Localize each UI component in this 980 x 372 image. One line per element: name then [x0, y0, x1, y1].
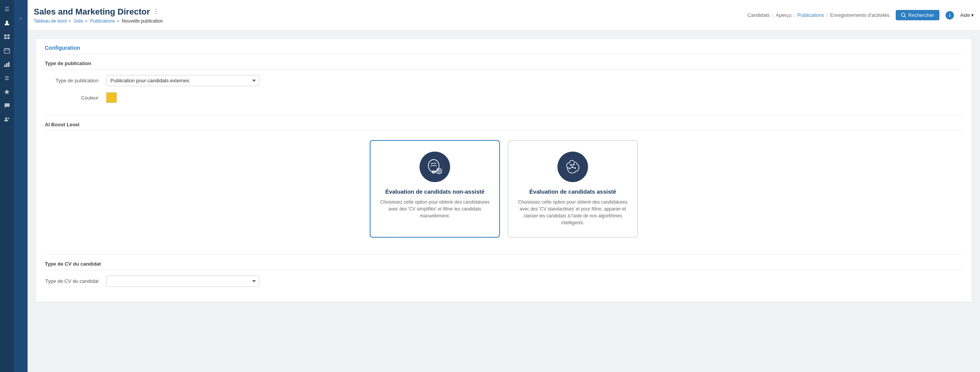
svg-line-38 [571, 165, 572, 167]
nav-icon-view[interactable] [1, 31, 13, 43]
brain-ai-icon [563, 157, 582, 176]
color-swatch[interactable] [106, 92, 117, 103]
svg-point-23 [438, 170, 440, 172]
svg-rect-9 [4, 65, 6, 67]
breadcrumb-sep-1: ► [68, 19, 72, 23]
search-btn-label: Rechercher [908, 12, 934, 18]
ai-section-label: AI Boost Level [45, 122, 79, 127]
svg-line-31 [437, 173, 438, 173]
ai-card-desc-non-assisted: Choisissez cette option pour obtenir des… [380, 199, 490, 219]
svg-point-17 [8, 117, 9, 119]
cv-control-wrap [106, 276, 259, 287]
nav-icon-star[interactable] [1, 86, 13, 98]
ai-boost-grid: Évaluation de candidats non-assisté Choi… [45, 132, 963, 248]
ai-card-icon-non-assisted [420, 152, 450, 182]
type-control-wrap: Publication pour candidats externes Publ… [106, 75, 259, 86]
sidebar: ‹ [14, 0, 28, 372]
svg-rect-5 [4, 49, 10, 53]
type-label: Type de publication [45, 78, 106, 83]
ai-card-desc-assisted: Choisissez cette option pour obtenir des… [518, 199, 628, 226]
nav-divider-3: | [826, 12, 828, 18]
type-section-label: Type de publication [45, 60, 91, 66]
content-area: Configuration Type de publication Type d… [28, 31, 980, 372]
nav-icons-bar: ☰ [0, 0, 14, 372]
ai-card-non-assisted[interactable]: Évaluation de candidats non-assisté Choi… [370, 140, 500, 238]
svg-line-28 [437, 169, 438, 170]
nav-icon-chat[interactable] [1, 100, 13, 112]
config-section-header: Configuration Type de publication Type d… [36, 39, 972, 115]
svg-rect-1 [4, 34, 7, 36]
svg-rect-4 [7, 37, 10, 39]
type-form-row: Type de publication Publication pour can… [45, 75, 963, 86]
header-right: Candidats | Aperçu | Publications | Enre… [747, 10, 974, 20]
search-icon [901, 13, 906, 18]
nav-link-publications[interactable]: Publications [797, 12, 824, 18]
page-title: Sales and Marketing Director ⋮ [34, 7, 163, 17]
header-nav-links: Candidats | Aperçu | Publications | Enre… [747, 12, 890, 18]
cv-type-select[interactable] [106, 276, 259, 287]
breadcrumb-tableau[interactable]: Tableau de bord [34, 18, 67, 24]
svg-point-18 [901, 13, 905, 16]
svg-line-30 [441, 169, 441, 170]
svg-rect-10 [6, 63, 8, 67]
svg-marker-15 [4, 89, 10, 95]
sidebar-toggle[interactable]: ‹ [17, 15, 25, 22]
svg-point-0 [6, 21, 8, 23]
nav-divider-2: | [794, 12, 795, 18]
svg-rect-14 [5, 79, 9, 80]
type-publication-subsection: Type de publication Type de publication … [45, 60, 963, 103]
nav-icon-team[interactable] [1, 113, 13, 126]
color-form-row: Couleur [45, 92, 963, 103]
brain-gear-icon [425, 157, 444, 176]
ai-card-title-assisted: Évaluation de candidats assisté [529, 188, 616, 195]
form-card: Configuration Type de publication Type d… [35, 38, 972, 302]
nav-divider-1: | [772, 12, 773, 18]
breadcrumb-jobs[interactable]: Jobs [74, 18, 83, 24]
svg-point-16 [5, 117, 7, 119]
nav-icon-menu[interactable]: ☰ [1, 3, 13, 15]
ai-card-title-non-assisted: Évaluation de candidats non-assisté [385, 188, 484, 195]
breadcrumb-sep-3: ► [116, 19, 120, 23]
ai-card-assisted[interactable]: Évaluation de candidats assisté Choisiss… [508, 140, 638, 238]
help-info-icon[interactable]: i [946, 11, 954, 20]
color-swatch-wrap [106, 92, 117, 103]
color-label: Couleur [45, 95, 106, 101]
svg-line-29 [441, 173, 441, 173]
help-button[interactable]: Aide ▾ [960, 12, 974, 18]
svg-rect-2 [7, 34, 10, 36]
top-header: Sales and Marketing Director ⋮ Tableau d… [28, 0, 980, 31]
nav-link-enregistrements[interactable]: Enregistrements d'activités [830, 12, 890, 18]
breadcrumb: Tableau de bord ► Jobs ► Publications ► … [34, 18, 163, 24]
nav-icon-user[interactable] [1, 17, 13, 29]
cv-section-label: Type de CV du candidat [45, 261, 101, 267]
nav-icon-list[interactable] [1, 72, 13, 84]
search-button[interactable]: Rechercher [896, 10, 939, 20]
breadcrumb-sep-2: ► [85, 19, 88, 23]
svg-rect-12 [5, 76, 9, 77]
ai-card-icon-assisted [557, 152, 588, 182]
cv-form-row: Type de CV du candidat [45, 276, 963, 287]
svg-rect-13 [5, 78, 9, 78]
cv-label: Type de CV du candidat [45, 278, 106, 284]
breadcrumb-current: Nouvelle publication [122, 18, 163, 24]
nav-link-candidats[interactable]: Candidats [747, 12, 770, 18]
nav-icon-calendar[interactable] [1, 44, 13, 57]
cv-section: Type de CV du candidat Type de CV du can… [36, 255, 972, 302]
help-btn-label: Aide [960, 12, 970, 18]
ai-boost-section: AI Boost Level [36, 116, 972, 255]
config-title: Configuration [45, 45, 963, 54]
help-chevron-icon: ▾ [971, 12, 974, 18]
nav-icon-chart[interactable] [1, 58, 13, 70]
title-menu-dots[interactable]: ⋮ [153, 8, 159, 15]
svg-line-19 [905, 16, 906, 18]
nav-link-apercu[interactable]: Aperçu [776, 12, 792, 18]
svg-rect-11 [8, 62, 10, 67]
svg-rect-3 [4, 37, 7, 39]
breadcrumb-publications[interactable]: Publications [90, 18, 115, 24]
header-left: Sales and Marketing Director ⋮ Tableau d… [34, 7, 163, 24]
page-title-text: Sales and Marketing Director [34, 7, 150, 17]
type-publication-select[interactable]: Publication pour candidats externes Publ… [106, 75, 259, 86]
